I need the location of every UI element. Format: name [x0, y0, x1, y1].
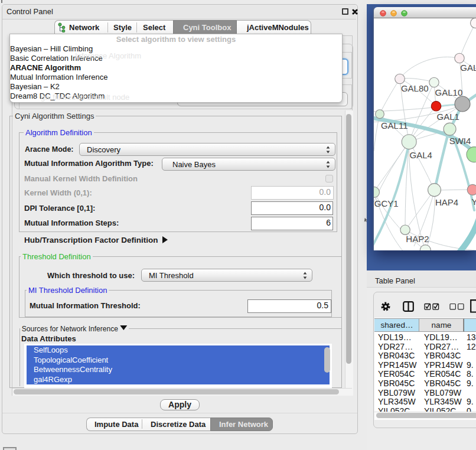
svg-text:HAP2: HAP2 [406, 234, 429, 244]
svg-text:GAL: GAL [460, 63, 476, 73]
svg-text:GAL4: GAL4 [410, 150, 432, 160]
svg-text:GAL11: GAL11 [381, 120, 408, 131]
svg-text:GAL1: GAL1 [437, 112, 459, 122]
svg-text:SWI4: SWI4 [449, 136, 471, 146]
svg-text:GAL10: GAL10 [435, 87, 463, 97]
svg-text:GAL80: GAL80 [401, 83, 429, 93]
svg-text:Y: Y [471, 197, 476, 207]
svg-text:GCY1: GCY1 [374, 198, 399, 208]
svg-text:HAP4: HAP4 [435, 197, 458, 207]
